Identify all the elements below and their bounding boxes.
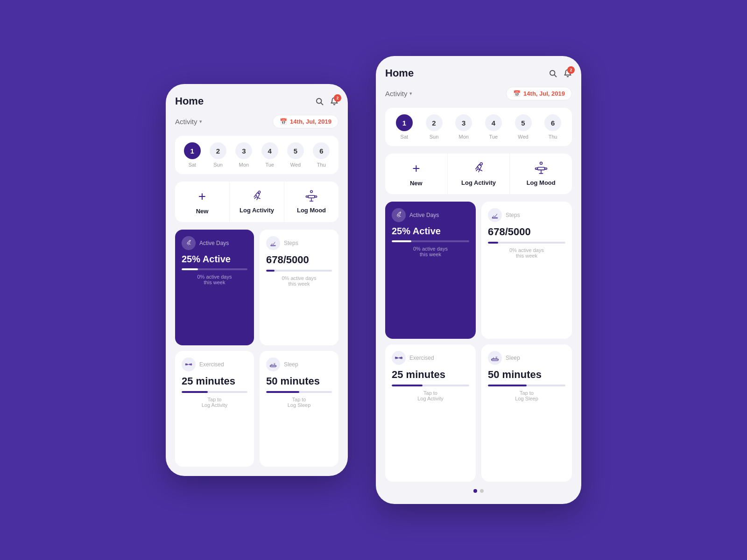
cal-day-4-large[interactable]: 4 Tue bbox=[480, 114, 507, 140]
sleep-card-small[interactable]: zz Sleep 50 minutes Tap toLog Sleep bbox=[260, 351, 338, 467]
dot-1-large[interactable] bbox=[473, 489, 477, 493]
exercised-label-small: Exercised bbox=[199, 361, 224, 368]
svg-text:zz: zz bbox=[274, 363, 275, 364]
svg-point-18 bbox=[480, 163, 482, 165]
cal-day-5-small[interactable]: 5 Wed bbox=[284, 142, 307, 168]
svg-line-1 bbox=[321, 103, 323, 105]
cal-label-4-small: Tue bbox=[265, 162, 274, 168]
cal-day-3-large[interactable]: 3 Mon bbox=[450, 114, 477, 140]
cal-day-3-small[interactable]: 3 Mon bbox=[233, 142, 255, 168]
svg-point-7 bbox=[190, 240, 190, 241]
sleep-label-small: Sleep bbox=[284, 361, 298, 368]
sleep-icon-large: zz bbox=[491, 354, 499, 362]
dot-2-large[interactable] bbox=[480, 489, 484, 493]
cal-num-3-small: 3 bbox=[235, 142, 252, 159]
svg-point-2 bbox=[258, 191, 261, 193]
cal-num-4-small: 4 bbox=[261, 142, 278, 159]
svg-point-23 bbox=[400, 212, 401, 213]
steps-progress-small bbox=[266, 270, 332, 272]
new-button-large[interactable]: + New bbox=[385, 154, 448, 194]
run-icon-large bbox=[472, 161, 486, 175]
cal-day-2-large[interactable]: 2 Sun bbox=[421, 114, 448, 140]
exercised-card-large[interactable]: Exercised 25 minutes Tap toLog Activity bbox=[385, 344, 476, 482]
steps-icon-wrap-large bbox=[488, 208, 502, 222]
active-days-value-large: 25% Active bbox=[392, 226, 469, 237]
log-activity-button-large[interactable]: Log Activity bbox=[448, 154, 510, 194]
phone-small: Home 2 Activity bbox=[166, 84, 348, 476]
cal-day-1-small[interactable]: 1 Sat bbox=[181, 142, 204, 168]
date-pill-large[interactable]: 📅 14th, Jul, 2019 bbox=[506, 87, 572, 100]
active-days-header-small: Active Days bbox=[182, 236, 247, 250]
exercised-sub-small: Tap toLog Activity bbox=[182, 397, 247, 408]
sleep-progress-large bbox=[488, 385, 565, 386]
cal-label-1-large: Sat bbox=[401, 134, 409, 140]
active-days-sub-small: 0% active daysthis week bbox=[182, 274, 247, 285]
active-days-icon-small bbox=[185, 239, 192, 247]
steps-card-small[interactable]: Steps 678/5000 0% active daysthis week bbox=[260, 230, 338, 345]
log-mood-button-large[interactable]: Log Mood bbox=[510, 154, 572, 194]
cal-label-1-small: Sat bbox=[188, 162, 196, 168]
cal-day-6-small[interactable]: 6 Thu bbox=[310, 142, 333, 168]
active-days-value-small: 25% Active bbox=[182, 254, 247, 265]
search-button-large[interactable] bbox=[549, 69, 557, 77]
active-days-card-small[interactable]: Active Days 25% Active 0% active daysthi… bbox=[175, 230, 254, 345]
sleep-progress-small bbox=[266, 391, 332, 393]
sub-header-large: Activity ▾ 📅 14th, Jul, 2019 bbox=[385, 87, 572, 100]
steps-card-large[interactable]: Steps 678/5000 0% active daysthis week bbox=[481, 202, 572, 339]
log-activity-button-small[interactable]: Log Activity bbox=[230, 182, 284, 222]
cal-day-5-large[interactable]: 5 Wed bbox=[510, 114, 537, 140]
active-days-icon-large bbox=[395, 211, 403, 219]
active-days-label-small: Active Days bbox=[199, 240, 229, 246]
svg-line-17 bbox=[554, 75, 556, 77]
sleep-fill-small bbox=[266, 391, 299, 393]
cal-day-4-small[interactable]: 4 Tue bbox=[258, 142, 281, 168]
exercised-card-small[interactable]: Exercised 25 minutes Tap toLog Activity bbox=[175, 351, 254, 467]
active-days-label-large: Active Days bbox=[409, 212, 439, 218]
log-activity-label-large: Log Activity bbox=[461, 179, 496, 186]
notification-button-small[interactable]: 2 bbox=[330, 97, 338, 105]
notification-button-large[interactable]: 2 bbox=[564, 69, 572, 77]
cal-day-6-large[interactable]: 6 Thu bbox=[539, 114, 566, 140]
activity-dropdown-large[interactable]: Activity ▾ bbox=[385, 90, 412, 98]
new-button-small[interactable]: + New bbox=[175, 182, 230, 222]
date-pill-small[interactable]: 📅 14th, Jul, 2019 bbox=[273, 115, 338, 128]
cal-num-1-large: 1 bbox=[396, 114, 413, 131]
steps-header-large: Steps bbox=[488, 208, 565, 222]
phone-large: Home 2 Activity bbox=[376, 56, 581, 504]
calendar-icon-large: 📅 bbox=[513, 90, 521, 97]
search-button-small[interactable] bbox=[315, 97, 324, 105]
sleep-icon-small: zz bbox=[269, 361, 277, 368]
cal-label-3-small: Mon bbox=[239, 162, 249, 168]
cal-day-1-large[interactable]: 1 Sat bbox=[391, 114, 418, 140]
steps-label-small: Steps bbox=[284, 240, 298, 246]
log-mood-button-small[interactable]: Log Mood bbox=[284, 182, 338, 222]
cal-num-2-small: 2 bbox=[210, 142, 226, 159]
calendar-strip-large: 1 Sat 2 Sun 3 Mon 4 Tue 5 Wed 6 Thu bbox=[385, 108, 572, 146]
cal-num-6-small: 6 bbox=[313, 142, 330, 159]
sleep-value-large: 50 minutes bbox=[488, 369, 565, 381]
header-icons-small: 2 bbox=[315, 97, 338, 105]
active-days-card-large[interactable]: Active Days 25% Active 0% active daysthi… bbox=[385, 202, 476, 339]
new-label-large: New bbox=[410, 180, 423, 187]
activity-label-small: Activity bbox=[175, 118, 197, 126]
cal-day-2-small[interactable]: 2 Sun bbox=[206, 142, 229, 168]
exercised-icon-wrap-large bbox=[392, 351, 406, 365]
exercised-fill-small bbox=[182, 391, 208, 393]
action-row-large: + New Log Activity bbox=[385, 154, 572, 194]
log-mood-label-small: Log Mood bbox=[297, 207, 326, 214]
notification-badge-small: 2 bbox=[334, 94, 341, 102]
active-days-icon-wrap-large bbox=[392, 208, 406, 222]
sleep-label-large: Sleep bbox=[506, 355, 520, 361]
header-small: Home 2 bbox=[175, 95, 338, 107]
sleep-card-large[interactable]: zz Sleep 50 minutes Tap toLog Sleep bbox=[481, 344, 572, 482]
cal-num-6-large: 6 bbox=[544, 114, 561, 131]
steps-label-large: Steps bbox=[506, 212, 520, 218]
cal-num-2-large: 2 bbox=[426, 114, 443, 131]
cal-label-5-large: Wed bbox=[518, 134, 528, 140]
calendar-icon-small: 📅 bbox=[280, 118, 287, 125]
sleep-value-small: 50 minutes bbox=[266, 375, 332, 387]
exercised-progress-small bbox=[182, 391, 247, 393]
steps-icon-wrap-small bbox=[266, 236, 280, 250]
sleep-header-small: zz Sleep bbox=[266, 357, 332, 371]
activity-dropdown-small[interactable]: Activity ▾ bbox=[175, 118, 202, 126]
